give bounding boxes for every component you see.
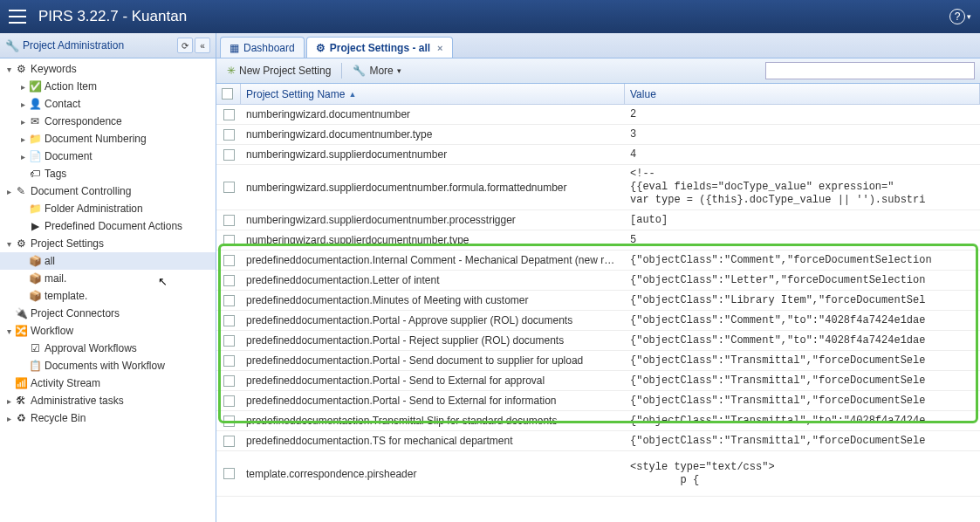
tree-node-workflow[interactable]: ▾🔀Workflow bbox=[0, 322, 216, 340]
sidebar-collapse-button[interactable]: « bbox=[195, 38, 210, 53]
setting-value: {"objectClass":"Transmittal","to":"4028f… bbox=[625, 415, 980, 427]
setting-name: predefineddocumentaction.TS for mechanic… bbox=[241, 435, 625, 447]
column-value[interactable]: Value bbox=[625, 84, 980, 104]
toggle-icon[interactable]: ▾ bbox=[3, 326, 14, 336]
tree-node-predefined-document-actions[interactable]: ▶Predefined Document Actions bbox=[0, 217, 216, 235]
sort-asc-icon: ▲ bbox=[348, 90, 356, 99]
more-button[interactable]: 🔧 More ▾ bbox=[347, 63, 406, 79]
tab-dashboard[interactable]: ▦Dashboard bbox=[220, 37, 305, 58]
table-row[interactable]: predefineddocumentaction.Portal - Approv… bbox=[216, 311, 980, 331]
table-row[interactable]: predefineddocumentaction.Letter of inten… bbox=[216, 271, 980, 291]
row-checkbox[interactable] bbox=[223, 375, 235, 387]
tree-label: Tags bbox=[45, 168, 66, 180]
row-checkbox[interactable] bbox=[223, 129, 235, 141]
tree-label: Activity Stream bbox=[31, 377, 100, 389]
setting-value: {"objectClass":"Transmittal","forceDocum… bbox=[625, 354, 980, 367]
close-icon[interactable]: × bbox=[437, 43, 442, 53]
tree-node-all[interactable]: 📦all bbox=[0, 252, 216, 270]
row-checkbox[interactable] bbox=[223, 109, 235, 120]
toggle-icon[interactable]: ▸ bbox=[3, 396, 14, 406]
table-row[interactable]: numberingwizard.documentnumber.type3 bbox=[216, 125, 980, 145]
table-row[interactable]: predefineddocumentaction.Minutes of Meet… bbox=[216, 291, 980, 311]
toggle-icon[interactable]: ▸ bbox=[17, 82, 28, 92]
setting-value: [auto] bbox=[625, 214, 980, 226]
tab-project-settings-all[interactable]: ⚙Project Settings - all× bbox=[306, 37, 453, 58]
tree-node-keywords[interactable]: ▾⚙Keywords bbox=[0, 60, 216, 78]
row-checkbox[interactable] bbox=[223, 335, 235, 347]
tree-node-document[interactable]: ▸📄Document bbox=[0, 148, 216, 165]
tree-node-recycle-bin[interactable]: ▸♻Recycle Bin bbox=[0, 409, 216, 427]
tree-node-documents-with-workflow[interactable]: 📋Documents with Workflow bbox=[0, 357, 216, 374]
column-name[interactable]: Project Setting Name ▲ bbox=[241, 84, 625, 104]
tree-node-document-numbering[interactable]: ▸📁Document Numbering bbox=[0, 130, 216, 148]
table-row[interactable]: predefineddocumentaction.Transmittal Sli… bbox=[216, 411, 980, 431]
nav-tree: ▾⚙Keywords▸✅Action Item▸👤Contact▸✉Corres… bbox=[0, 58, 216, 522]
setting-name: numberingwizard.supplierdocumentnumber bbox=[241, 148, 625, 161]
new-project-setting-button[interactable]: ✳ New Project Setting bbox=[222, 63, 336, 79]
toolbar: ✳ New Project Setting 🔧 More ▾ bbox=[216, 58, 980, 84]
tree-node-template-[interactable]: 📦template. bbox=[0, 287, 216, 305]
table-row[interactable]: template.correspondence.pirsheader<style… bbox=[216, 451, 980, 497]
toggle-icon[interactable]: ▸ bbox=[17, 134, 28, 144]
row-checkbox[interactable] bbox=[223, 235, 235, 246]
row-checkbox[interactable] bbox=[223, 436, 235, 447]
setting-name: predefineddocumentaction.Minutes of Meet… bbox=[241, 294, 625, 306]
table-row[interactable]: predefineddocumentaction.Internal Commen… bbox=[216, 251, 980, 271]
setting-name: predefineddocumentaction.Portal - Send t… bbox=[241, 374, 625, 387]
help-icon[interactable]: ? bbox=[949, 9, 965, 24]
toggle-icon[interactable]: ▾ bbox=[3, 65, 14, 74]
tree-node-project-settings[interactable]: ▾⚙Project Settings bbox=[0, 235, 216, 252]
table-row[interactable]: predefineddocumentaction.Portal - Send t… bbox=[216, 391, 980, 411]
toggle-icon[interactable]: ▸ bbox=[17, 152, 28, 161]
gear-icon: ⚙ bbox=[316, 42, 326, 54]
table-row[interactable]: predefineddocumentaction.Portal - Send t… bbox=[216, 371, 980, 391]
help-dropdown-icon[interactable]: ▾ bbox=[967, 12, 971, 21]
tree-node-tags[interactable]: 🏷Tags bbox=[0, 165, 216, 182]
table-row[interactable]: numberingwizard.supplierdocumentnumber.t… bbox=[216, 230, 980, 251]
table-row[interactable]: predefineddocumentaction.TS for mechanic… bbox=[216, 431, 980, 451]
toggle-icon[interactable]: ▸ bbox=[3, 187, 14, 196]
menu-icon[interactable] bbox=[9, 10, 26, 24]
sidebar-refresh-button[interactable]: ⟳ bbox=[177, 38, 193, 53]
tree-node-project-connectors[interactable]: 🔌Project Connectors bbox=[0, 305, 216, 322]
row-checkbox[interactable] bbox=[223, 315, 235, 326]
toggle-icon[interactable]: ▸ bbox=[17, 100, 28, 109]
toggle-icon[interactable]: ▸ bbox=[3, 414, 14, 423]
table-row[interactable]: numberingwizard.supplierdocumentnumber.p… bbox=[216, 210, 980, 230]
gear-icon: ⚙ bbox=[14, 62, 28, 76]
table-row[interactable]: predefineddocumentaction.Portal - Reject… bbox=[216, 331, 980, 351]
tree-node-activity-stream[interactable]: 📶Activity Stream bbox=[0, 374, 216, 392]
row-checkbox[interactable] bbox=[223, 468, 235, 479]
tree-node-approval-workflows[interactable]: ☑Approval Workflows bbox=[0, 340, 216, 357]
tree-node-document-controlling[interactable]: ▸✎Document Controlling bbox=[0, 182, 216, 200]
tab-label: Project Settings - all bbox=[330, 42, 430, 54]
row-checkbox[interactable] bbox=[223, 255, 235, 266]
row-checkbox[interactable] bbox=[223, 355, 235, 367]
row-checkbox[interactable] bbox=[223, 295, 235, 306]
table-row[interactable]: numberingwizard.supplierdocumentnumber4 bbox=[216, 145, 980, 165]
folder-icon: 📁 bbox=[28, 202, 42, 216]
toggle-icon[interactable]: ▸ bbox=[17, 117, 28, 127]
wrench-icon: 🔧 bbox=[353, 65, 366, 77]
tree-node-action-item[interactable]: ▸✅Action Item bbox=[0, 78, 216, 95]
row-checkbox[interactable] bbox=[223, 215, 235, 226]
table-row[interactable]: predefineddocumentaction.Portal - Send d… bbox=[216, 351, 980, 371]
row-checkbox[interactable] bbox=[223, 275, 235, 286]
tree-node-mail-[interactable]: 📦mail. bbox=[0, 270, 216, 287]
table-row[interactable]: numberingwizard.documentnumber2 bbox=[216, 105, 980, 125]
setting-value: {"objectClass":"Transmittal","forceDocum… bbox=[625, 374, 980, 387]
row-checkbox[interactable] bbox=[223, 182, 235, 193]
tree-label: Approval Workflows bbox=[45, 342, 137, 354]
search-input[interactable] bbox=[765, 62, 975, 79]
row-checkbox[interactable] bbox=[223, 416, 235, 427]
tree-node-folder-administration[interactable]: 📁Folder Administration bbox=[0, 200, 216, 217]
row-checkbox[interactable] bbox=[223, 149, 235, 161]
tree-node-correspondence[interactable]: ▸✉Correspondence bbox=[0, 113, 216, 130]
column-checkbox[interactable] bbox=[216, 84, 241, 104]
table-row[interactable]: numberingwizard.supplierdocumentnumber.f… bbox=[216, 165, 980, 210]
row-checkbox[interactable] bbox=[223, 395, 235, 407]
toggle-icon[interactable]: ▾ bbox=[3, 239, 14, 249]
tree-node-administrative-tasks[interactable]: ▸🛠Administrative tasks bbox=[0, 392, 216, 409]
tree-label: Workflow bbox=[31, 325, 73, 337]
tree-node-contact[interactable]: ▸👤Contact bbox=[0, 95, 216, 113]
